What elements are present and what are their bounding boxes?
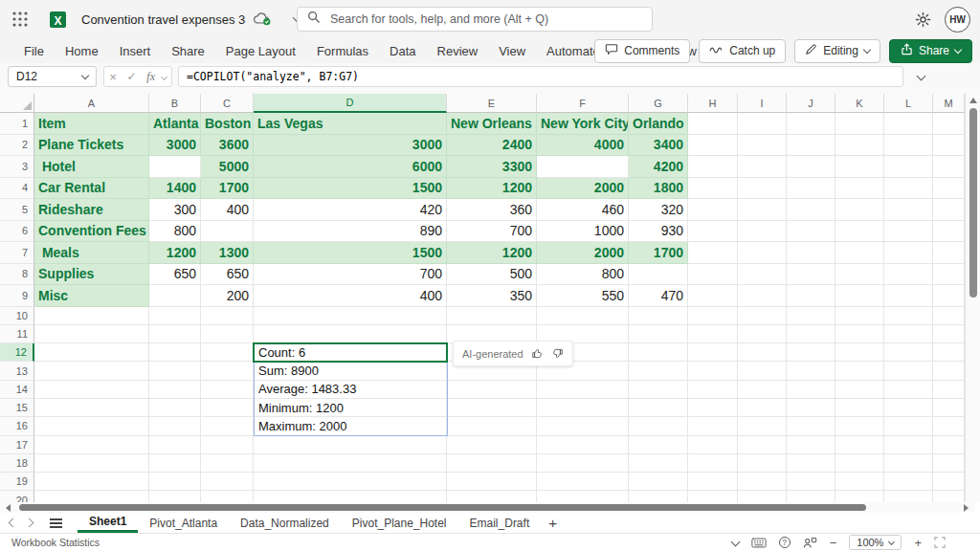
cell-H14[interactable] (688, 381, 738, 399)
cell-K9[interactable] (835, 285, 884, 307)
col-header-D[interactable]: D (254, 94, 447, 113)
cell-F4[interactable]: 2000 (537, 178, 629, 200)
cancel-entry-icon[interactable]: × (109, 70, 117, 84)
menu-tab-view[interactable]: View (488, 44, 536, 58)
cell-L5[interactable] (884, 199, 933, 221)
row-header-17[interactable]: 17 (0, 436, 34, 454)
cell-B3[interactable] (149, 156, 201, 178)
zoom-in-button[interactable]: + (914, 536, 922, 550)
cell-H18[interactable] (688, 454, 738, 473)
cell-C2[interactable]: 3600 (201, 135, 254, 157)
cell-D10[interactable] (254, 307, 447, 325)
cell-C5[interactable]: 400 (201, 199, 254, 221)
row-header-1[interactable]: 1 (0, 113, 34, 135)
zoom-level-control[interactable]: 100% (849, 535, 902, 550)
thumbs-down-button[interactable] (551, 347, 564, 360)
cell-E6[interactable]: 700 (447, 221, 537, 243)
cell-C1[interactable]: Boston (201, 113, 254, 135)
cell-D16[interactable]: Maximum: 2000 (254, 417, 447, 435)
cell-M19[interactable] (933, 473, 965, 491)
cell-K20[interactable] (835, 491, 884, 502)
cell-L1[interactable] (884, 113, 933, 135)
cell-A17[interactable] (34, 436, 149, 454)
next-sheet-icon[interactable] (25, 518, 34, 528)
cell-H10[interactable] (688, 307, 738, 325)
cell-L16[interactable] (884, 417, 933, 435)
excel-logo-icon[interactable]: X (48, 10, 68, 30)
cell-I13[interactable] (738, 362, 787, 380)
cell-F16[interactable] (537, 417, 629, 435)
cell-J9[interactable] (787, 285, 835, 307)
cell-A13[interactable] (34, 362, 149, 380)
cell-H6[interactable] (688, 221, 738, 243)
cell-M20[interactable] (933, 491, 965, 502)
cell-F19[interactable] (537, 473, 629, 491)
cell-K7[interactable] (835, 242, 884, 264)
cell-M7[interactable] (933, 242, 965, 264)
cell-H20[interactable] (688, 491, 738, 502)
document-title[interactable]: Convention travel expenses 3 (81, 12, 245, 27)
cell-B9[interactable] (149, 285, 201, 307)
scroll-up-arrow-icon[interactable] (969, 98, 977, 103)
cell-C14[interactable] (201, 381, 254, 399)
cell-H3[interactable] (688, 156, 738, 178)
cell-H13[interactable] (688, 362, 738, 380)
cell-G15[interactable] (629, 399, 688, 417)
sheet-tab-sheet1[interactable]: Sheet1 (78, 513, 138, 533)
cell-G5[interactable]: 320 (629, 199, 688, 221)
cell-A11[interactable] (34, 325, 149, 343)
cell-B1[interactable]: Atlanta (149, 113, 201, 135)
cell-K1[interactable] (835, 113, 884, 135)
cell-C18[interactable] (201, 454, 254, 473)
cell-M10[interactable] (933, 307, 965, 325)
cell-L6[interactable] (884, 221, 933, 243)
cell-D4[interactable]: 1500 (254, 178, 447, 200)
cell-E1[interactable]: New Orleans (447, 113, 537, 135)
cell-K18[interactable] (835, 454, 884, 473)
cell-F5[interactable]: 460 (537, 199, 629, 221)
cell-G4[interactable]: 1800 (629, 178, 688, 200)
cell-M15[interactable] (933, 399, 965, 417)
cell-C16[interactable] (201, 417, 254, 435)
cell-E17[interactable] (447, 436, 537, 454)
cell-J6[interactable] (787, 221, 835, 243)
cell-L18[interactable] (884, 454, 933, 473)
row-header-20[interactable]: 20 (0, 491, 34, 502)
cell-L9[interactable] (884, 285, 933, 307)
cell-H19[interactable] (688, 473, 738, 491)
cell-A2[interactable]: Plane Tickets (34, 135, 149, 157)
cell-C17[interactable] (201, 436, 254, 454)
cell-H12[interactable] (688, 343, 738, 362)
cell-F3[interactable] (537, 156, 629, 178)
cell-B8[interactable]: 650 (149, 264, 201, 286)
cell-G16[interactable] (629, 417, 688, 435)
cell-A6[interactable]: Convention Fees (34, 221, 149, 243)
row-header-6[interactable]: 6 (0, 221, 34, 243)
cell-C7[interactable]: 1300 (201, 242, 254, 264)
cell-B14[interactable] (149, 381, 201, 399)
cell-E9[interactable]: 350 (447, 285, 537, 307)
menu-tab-review[interactable]: Review (427, 44, 489, 58)
cell-B4[interactable]: 1400 (149, 178, 201, 200)
cell-I19[interactable] (738, 473, 787, 491)
cell-I8[interactable] (738, 264, 787, 286)
cell-B15[interactable] (149, 399, 201, 417)
cell-G18[interactable] (629, 454, 688, 473)
people-icon[interactable] (803, 537, 817, 549)
cell-I7[interactable] (738, 242, 787, 264)
cell-M6[interactable] (933, 221, 965, 243)
cell-G3[interactable]: 4200 (629, 156, 688, 178)
search-bar[interactable] (297, 7, 653, 32)
cell-K10[interactable] (835, 307, 884, 325)
cell-C15[interactable] (201, 399, 254, 417)
insert-function-icon[interactable]: fx (146, 70, 155, 84)
all-sheets-menu-icon[interactable] (50, 522, 62, 524)
cell-I6[interactable] (738, 221, 787, 243)
cell-E10[interactable] (447, 307, 537, 325)
cell-B2[interactable]: 3000 (149, 135, 201, 157)
cell-C6[interactable] (201, 221, 254, 243)
cell-K11[interactable] (835, 325, 884, 343)
name-box[interactable]: D12 (8, 66, 97, 87)
row-header-12[interactable]: 12 (0, 343, 34, 362)
cell-A5[interactable]: Rideshare (34, 199, 149, 221)
